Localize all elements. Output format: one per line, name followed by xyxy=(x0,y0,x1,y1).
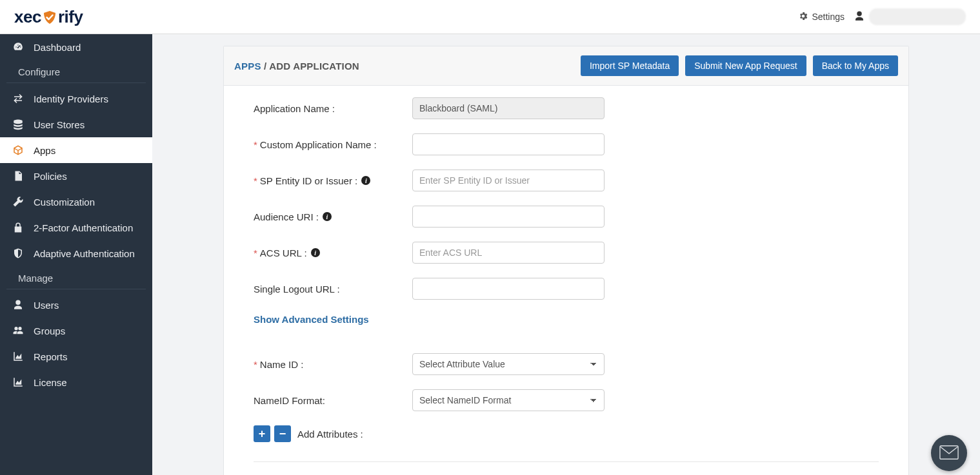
user-menu[interactable] xyxy=(854,8,966,25)
topbar-right: Settings xyxy=(798,8,966,25)
brand-part1: xec xyxy=(14,7,41,27)
user-icon xyxy=(854,10,865,24)
settings-label: Settings xyxy=(812,12,845,22)
gear-icon xyxy=(798,11,808,23)
shield-check-icon xyxy=(42,10,57,25)
topbar: xec rify Settings xyxy=(0,0,980,34)
brand-part2: rify xyxy=(58,7,83,27)
brand-logo: xec rify xyxy=(14,7,83,27)
user-name-obscured xyxy=(869,8,966,25)
settings-link[interactable]: Settings xyxy=(798,11,845,23)
